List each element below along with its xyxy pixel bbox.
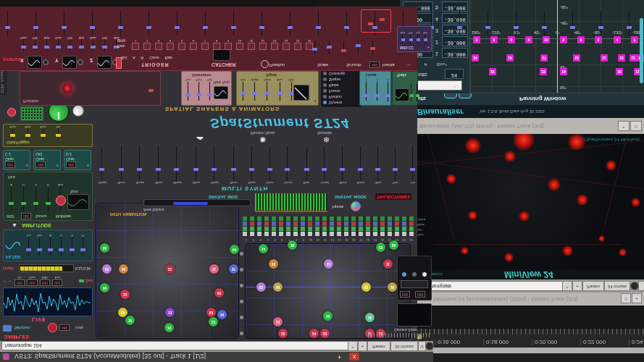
voice-ball[interactable]: 14: [259, 244, 268, 253]
record-knob[interactable]: [48, 323, 57, 332]
mod-slider[interactable]: [456, 11, 463, 35]
voice-ball[interactable]: 07: [229, 264, 238, 274]
position-dot[interactable]: [62, 83, 72, 93]
filter-slider[interactable]: [25, 237, 32, 256]
elev-field[interactable]: -30.000: [442, 1, 468, 12]
synth-slider[interactable]: [248, 146, 255, 181]
signal-pad[interactable]: [293, 85, 309, 101]
multinote-value[interactable]: MultiNote: [56, 214, 71, 219]
num-inputs-field[interactable]: 24: [445, 69, 464, 79]
signal-slider[interactable]: [251, 82, 258, 101]
synth-slider[interactable]: [136, 146, 143, 181]
sample-path[interactable]: Samples/..: [14, 326, 32, 330]
red-knob[interactable]: [7, 108, 16, 117]
osc-slider[interactable]: [43, 40, 50, 51]
mod-combo-value[interactable]: 000: [40, 279, 50, 286]
loop-label[interactable]: Loop: [75, 326, 83, 330]
step-cell[interactable]: [178, 43, 185, 50]
voice-ball[interactable]: 16: [365, 313, 375, 322]
add-button[interactable]: +: [572, 281, 582, 291]
click-slider[interactable]: [9, 129, 16, 139]
step-cell[interactable]: [271, 43, 278, 50]
synth-slider[interactable]: [392, 146, 398, 181]
mod-slider[interactable]: [230, 11, 237, 35]
source-marker[interactable]: 4: [614, 36, 621, 43]
synth-slider[interactable]: [211, 146, 217, 181]
synth-slider[interactable]: [99, 146, 105, 181]
mod-slider[interactable]: [146, 11, 152, 35]
trigger-control-label[interactable]: Ext: [122, 56, 127, 60]
preset-combo[interactable]: fusion template: [414, 281, 563, 291]
elev-field[interactable]: -30.000: [442, 36, 468, 46]
miniview-3d-view[interactable]: ('SpatStrument 24' MiniView): [411, 134, 644, 269]
chan-cc-value[interactable]: 000: [35, 161, 46, 168]
bypass-checkbox[interactable]: [638, 281, 644, 291]
source-marker[interactable]: 23: [540, 68, 547, 75]
signal-slider[interactable]: [277, 82, 283, 101]
source-marker[interactable]: 6: [577, 36, 585, 43]
step-cell[interactable]: [155, 43, 162, 50]
linear-slider[interactable]: [363, 82, 369, 101]
pos-slider[interactable]: [340, 41, 347, 54]
osc-scope[interactable]: [28, 56, 42, 69]
mod-slider[interactable]: [287, 11, 293, 35]
amp-knob[interactable]: [56, 195, 66, 206]
source-marker[interactable]: 1: [473, 36, 480, 43]
fx-toggle-item[interactable]: Dryness: [323, 100, 359, 106]
signal-slider[interactable]: [264, 82, 270, 101]
voice-ball[interactable]: 01: [118, 308, 127, 317]
mod-slider[interactable]: [541, 11, 548, 35]
spat-fx-titlebar[interactable]: VST3: SpatStrument ST24 (AcousModules) […: [0, 352, 433, 362]
trigger-control-label[interactable]: R: [141, 56, 144, 60]
minus-icon[interactable]: −: [407, 62, 411, 69]
pos-slider[interactable]: [355, 41, 361, 54]
source-marker[interactable]: 20: [616, 68, 623, 75]
voice-ball[interactable]: 22: [209, 317, 218, 327]
pad-toggle[interactable]: [240, 268, 243, 272]
combo-caret-icon[interactable]: ^: [453, 83, 456, 89]
step-cell[interactable]: [225, 43, 232, 50]
voice-ball[interactable]: 19: [278, 329, 288, 338]
source-marker[interactable]: 15: [618, 54, 625, 62]
step-cell[interactable]: [167, 43, 174, 50]
synth-slider[interactable]: [267, 146, 273, 181]
voice-ball[interactable]: 06: [100, 243, 109, 253]
voice-ball[interactable]: 22: [320, 329, 330, 338]
click-slider[interactable]: [40, 129, 46, 139]
arrows-icon[interactable]: ←→: [3, 279, 12, 284]
source-marker[interactable]: 12: [630, 54, 637, 62]
synth-slider[interactable]: [304, 146, 310, 181]
midicc-slider[interactable]: [416, 34, 419, 44]
source-marker[interactable]: 11: [601, 54, 608, 62]
synth-slider[interactable]: [193, 146, 199, 181]
binauraliser-fx-titlebar[interactable]: VST: Binauraliser (AALTO) (64ch) - Maste…: [400, 118, 644, 134]
inputs-wheel[interactable]: [351, 201, 361, 211]
trails-slider[interactable]: [415, 84, 419, 101]
click-slider[interactable]: [25, 129, 31, 139]
fx-toggle-item[interactable]: Shaper: [323, 77, 359, 83]
voice-ball[interactable]: 15: [273, 317, 283, 327]
step-cell[interactable]: [143, 43, 151, 50]
io-button[interactable]: 24 in/outs: [604, 281, 630, 291]
step-cell[interactable]: [132, 43, 139, 50]
mod-slider[interactable]: [315, 11, 322, 35]
add-icon[interactable]: +: [56, 163, 59, 168]
filter-slider[interactable]: [80, 237, 86, 256]
amp-slider[interactable]: [8, 187, 14, 211]
dock-button[interactable]: □: [630, 121, 642, 131]
osc-slider[interactable]: [32, 40, 38, 51]
source-marker[interactable]: 18: [573, 54, 580, 62]
mod-slider[interactable]: [61, 11, 67, 35]
osc-dot[interactable]: [43, 59, 49, 65]
synth-slider[interactable]: [173, 146, 180, 181]
collapse-button[interactable]: ^: [562, 281, 572, 291]
synth-slider[interactable]: [155, 146, 162, 181]
synth-slider[interactable]: [375, 146, 381, 181]
elev-field[interactable]: -30.000: [442, 48, 468, 58]
mod-slider[interactable]: [202, 11, 209, 35]
voice-ball[interactable]: 10: [125, 316, 135, 325]
filter-slider[interactable]: [58, 237, 64, 256]
osc-scope[interactable]: [97, 56, 112, 69]
particles-icon[interactable]: ✺: [259, 135, 266, 144]
add-icon[interactable]: +: [386, 98, 389, 104]
